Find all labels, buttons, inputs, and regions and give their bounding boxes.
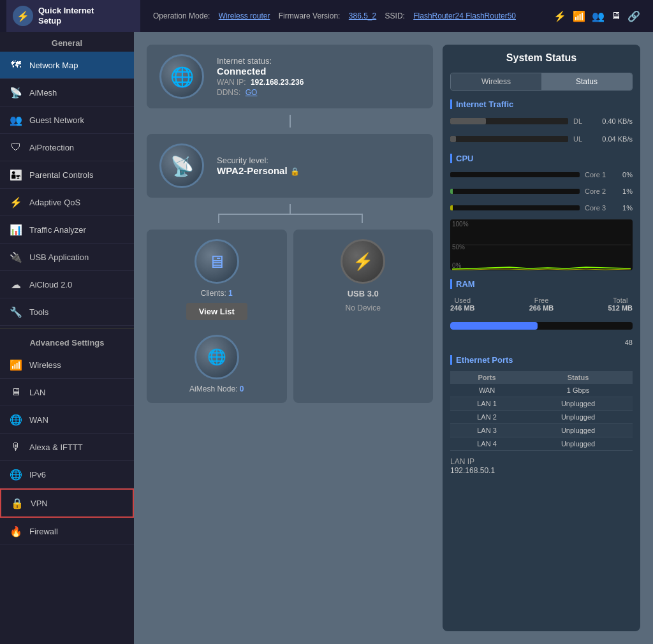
operation-mode-label: Operation Mode: — [153, 11, 210, 20]
sidebar-item-network-map[interactable]: 🗺 Network Map — [0, 52, 134, 79]
eth-row-0: WAN1 Gbps — [450, 384, 633, 397]
firmware-label: Firmware Version: — [279, 11, 341, 20]
router-icon: 📡 — [159, 143, 204, 188]
eth-row-4: LAN 4Unplugged — [450, 437, 633, 451]
ram-stats: Used 246 MB Free 266 MB Total 512 MB — [450, 296, 633, 312]
eth-status-2: Unplugged — [524, 411, 633, 424]
logo-area[interactable]: ⚡ Quick InternetSetup — [6, 0, 140, 32]
sidebar-item-parental-controls[interactable]: 👨‍👧 Parental Controls — [0, 161, 134, 189]
eth-row-1: LAN 1Unplugged — [450, 397, 633, 411]
connector-line-1 — [290, 115, 291, 128]
aimesh-label: AiMesh Node: 0 — [189, 384, 244, 393]
sidebar-label-lan: LAN — [29, 388, 45, 397]
cpu-core2-bar-fill — [450, 189, 453, 194]
adaptive-qos-icon: ⚡ — [9, 195, 23, 209]
ul-row: UL 0.04 KB/s — [450, 135, 633, 143]
internet-traffic-title: Internet Traffic — [450, 99, 633, 109]
ram-free-value: 266 MB — [529, 304, 554, 312]
sidebar-label-firewall: Firewall — [29, 527, 58, 536]
lan-ip-label: LAN IP — [450, 457, 474, 466]
internet-status-value: Connected — [217, 66, 304, 77]
sidebar-item-aimesh[interactable]: 📡 AiMesh — [0, 79, 134, 106]
cpu-core1-label: Core 1 — [585, 171, 612, 179]
sidebar-label-parental-controls: Parental Controls — [29, 170, 93, 180]
battery-icon[interactable]: ⚡ — [554, 10, 566, 22]
aimesh-section: 🌐 AiMesh Node: 0 — [156, 335, 277, 393]
sidebar-label-alexa: Alexa & IFTTT — [29, 443, 83, 452]
cpu-core2-value: 1% — [617, 187, 633, 195]
sidebar-item-lan[interactable]: 🖥 LAN — [0, 379, 134, 406]
sidebar-item-traffic-analyzer[interactable]: 📊 Traffic Analyzer — [0, 216, 134, 244]
cpu-core1-row: Core 1 0% — [450, 171, 633, 179]
cpu-core2-label: Core 2 — [585, 187, 612, 195]
t-connector-horiz — [218, 214, 362, 215]
ssid-values[interactable]: FlashRouter24 FlashRouter50 — [413, 11, 516, 20]
internet-status-label: Internet status: — [217, 56, 304, 66]
sidebar-item-usb-application[interactable]: 🔌 USB Application — [0, 244, 134, 271]
top-bar-icons: ⚡ 📶 👥 🖥 🔗 — [554, 10, 647, 22]
clients-label: Clients: 1 — [201, 289, 233, 298]
cpu-core1-bar-bg — [450, 172, 580, 177]
ram-used-stat: Used 246 MB — [450, 296, 475, 312]
connector-1 — [147, 115, 433, 128]
sidebar-item-guest-network[interactable]: 👥 Guest Network — [0, 106, 134, 134]
sidebar-label-traffic-analyzer: Traffic Analyzer — [29, 225, 86, 235]
internet-box: 🌐 Internet status: Connected WAN IP: 192… — [147, 45, 433, 108]
ram-used-label: Used — [450, 296, 475, 304]
ddns-link[interactable]: GO — [246, 88, 258, 97]
usb-icon: ⚡ — [341, 239, 385, 284]
sidebar-label-adaptive-qos: Adaptive QoS — [29, 198, 80, 207]
guest-network-icon: 👥 — [9, 113, 23, 127]
sidebar-label-network-map: Network Map — [29, 61, 78, 70]
eth-port-4: LAN 4 — [450, 437, 524, 451]
ul-value: 0.04 KB/s — [591, 135, 633, 143]
firmware-value[interactable]: 386.5_2 — [349, 11, 376, 20]
sidebar-item-vpn[interactable]: 🔒 VPN — [0, 488, 134, 518]
sidebar-item-adaptive-qos[interactable]: ⚡ Adaptive QoS — [0, 189, 134, 216]
wan-ip-line: WAN IP: 192.168.23.236 — [217, 78, 304, 87]
logo-text: Quick InternetSetup — [38, 6, 94, 26]
sidebar-label-wireless: Wireless — [29, 360, 61, 370]
system-status-panel: System Status Wireless Status Internet T… — [443, 45, 640, 631]
eth-port-3: LAN 3 — [450, 424, 524, 437]
sidebar-item-alexa[interactable]: 🎙 Alexa & IFTTT — [0, 434, 134, 461]
sidebar-item-ipv6[interactable]: 🌐 IPv6 — [0, 461, 134, 488]
sidebar-item-wan[interactable]: 🌐 WAN — [0, 406, 134, 434]
sidebar-item-tools[interactable]: 🔧 Tools — [0, 298, 134, 326]
vpn-icon: 🔒 — [10, 496, 24, 510]
router-box: 📡 Security level: WPA2-Personal 🔒 — [147, 134, 433, 198]
monitor-icon[interactable]: 🖥 — [611, 10, 621, 22]
ul-bar-fill — [450, 136, 456, 142]
sidebar-item-wireless[interactable]: 📶 Wireless — [0, 351, 134, 379]
sidebar-item-firewall[interactable]: 🔥 Firewall — [0, 518, 134, 545]
share-icon[interactable]: 🔗 — [627, 10, 640, 22]
eth-col-ports: Ports — [450, 371, 524, 384]
usb-sub: No Device — [346, 304, 381, 312]
eth-status-1: Unplugged — [524, 397, 633, 411]
users-icon[interactable]: 👥 — [592, 10, 605, 22]
tab-status[interactable]: Status — [541, 73, 632, 90]
cpu-core3-bar-fill — [450, 205, 453, 210]
sidebar-item-aiprotection[interactable]: 🛡 AiProtection — [0, 134, 134, 161]
eth-row-3: LAN 3Unplugged — [450, 424, 633, 437]
parental-controls-icon: 👨‍👧 — [9, 168, 23, 182]
dl-value: 0.40 KB/s — [591, 117, 633, 125]
clients-icon: 🖥 — [194, 239, 239, 284]
eth-status-4: Unplugged — [524, 437, 633, 451]
system-status-tabs: Wireless Status — [450, 73, 633, 91]
sidebar-item-aicloud[interactable]: ☁ AiCloud 2.0 — [0, 271, 134, 298]
cpu-title: CPU — [450, 154, 633, 163]
cpu-core3-bar-bg — [450, 205, 580, 210]
view-list-button[interactable]: View List — [186, 303, 247, 320]
t-connector-left — [218, 214, 219, 223]
operation-mode-value[interactable]: Wireless router — [219, 11, 270, 20]
aicloud-icon: ☁ — [9, 277, 23, 291]
cpu-core2-row: Core 2 1% — [450, 187, 633, 195]
cpu-core3-label: Core 3 — [585, 204, 612, 212]
ul-bar-bg — [450, 136, 568, 142]
traffic-analyzer-icon: 📊 — [9, 223, 23, 237]
cpu-core3-row: Core 3 1% — [450, 204, 633, 212]
wifi-icon[interactable]: 📶 — [573, 10, 585, 22]
t-connector-right — [362, 214, 363, 223]
tab-wireless[interactable]: Wireless — [451, 73, 541, 90]
